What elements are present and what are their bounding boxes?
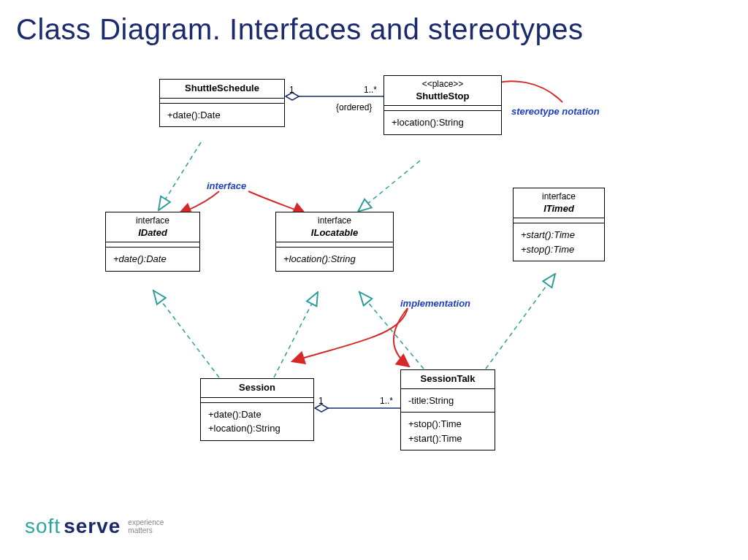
keyword: interface <box>519 191 598 203</box>
class-name: ShuttleStop <box>416 91 470 101</box>
interface-op: +start():Time <box>521 228 597 242</box>
class-shuttleschedule: ShuttleSchedule +date():Date <box>159 79 285 127</box>
logo: softserve experience matters <box>25 515 164 538</box>
interface-op: +stop():Time <box>521 242 597 257</box>
keyword: interface <box>112 215 194 227</box>
multiplicity: 1..* <box>380 396 393 406</box>
constraint-ordered: {ordered} <box>336 102 372 112</box>
note-interface: interface <box>207 180 246 191</box>
logo-tagline-2: matters <box>128 526 164 534</box>
svg-line-3 <box>358 161 420 212</box>
class-sessiontalk: SessionTalk -title:String +stop():Time +… <box>400 369 495 450</box>
interface-name: IDated <box>138 227 167 238</box>
class-ops: +date():Date <box>160 104 284 127</box>
class-session: Session +date():Date +location():String <box>200 378 314 441</box>
class-name: ShuttleSchedule <box>185 83 259 93</box>
svg-line-7 <box>486 274 555 369</box>
multiplicity: 1 <box>289 85 294 95</box>
stereotype-label: <<place>> <box>390 79 495 91</box>
logo-serve: serve <box>64 515 121 538</box>
interface-ops: +date():Date <box>106 248 199 271</box>
class-op: +date():Date <box>208 407 306 422</box>
note-stereotype: stereotype notation <box>511 106 600 117</box>
class-attr: -title:String <box>401 389 495 413</box>
class-name: SessionTalk <box>421 373 476 384</box>
class-shuttlestop: <<place>> ShuttleStop +location():String <box>383 75 502 135</box>
interface-ilocatable: interface ILocatable +location():String <box>275 212 394 272</box>
keyword: interface <box>282 215 387 227</box>
interface-name: ITimed <box>543 203 574 214</box>
diagram-canvas: ShuttleSchedule +date():Date <<place>> S… <box>0 0 748 560</box>
interface-name: ILocatable <box>311 227 358 238</box>
logo-tagline-1: experience <box>128 518 164 526</box>
class-name: Session <box>239 382 275 393</box>
class-ops: +location():String <box>384 111 501 134</box>
note-implementation: implementation <box>400 298 470 309</box>
class-op: +stop():Time <box>408 417 487 431</box>
multiplicity: 1..* <box>364 85 377 95</box>
multiplicity: 1 <box>318 396 324 406</box>
svg-line-4 <box>153 291 219 377</box>
interface-idated: interface IDated +date():Date <box>105 212 200 272</box>
interface-ops: +location():String <box>276 248 393 271</box>
svg-line-2 <box>159 142 201 210</box>
class-op: +start():Time <box>408 431 487 446</box>
class-op: +location():String <box>208 421 306 436</box>
logo-soft: soft <box>25 515 61 538</box>
svg-line-5 <box>274 292 318 377</box>
interface-itimed: interface ITimed +start():Time +stop():T… <box>513 188 605 261</box>
